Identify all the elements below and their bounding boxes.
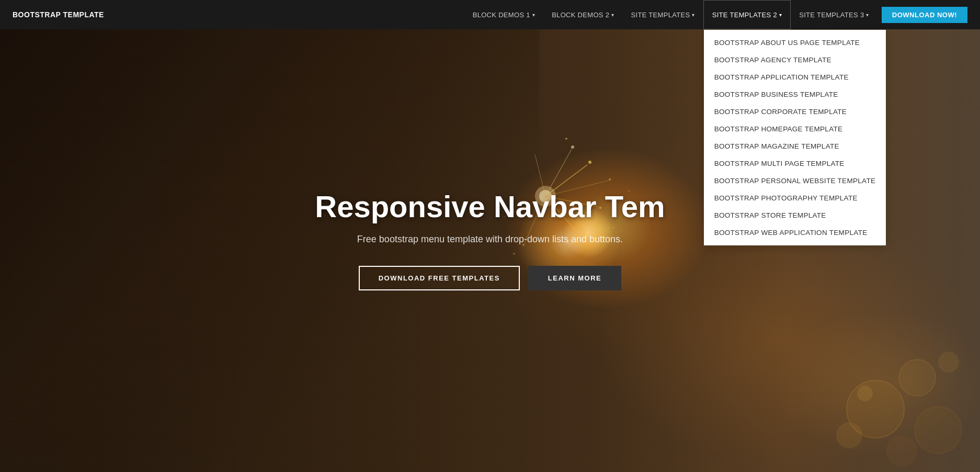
chevron-down-icon: ▾ — [611, 12, 614, 18]
dropdown-item-multi-page[interactable]: Bootstrap Multi Page Template — [704, 155, 886, 172]
nav-item-site-templates-3[interactable]: SITE TEMPLATES 3 ▾ — [791, 0, 878, 29]
navbar: BOOTSTRAP TEMPLATE BLOCK DEMOS 1 ▾ BLOCK… — [0, 0, 980, 29]
download-now-button[interactable]: DOWNLOAD NOW! — [882, 7, 967, 23]
nav-items: BLOCK DEMOS 1 ▾ BLOCK DEMOS 2 ▾ SITE TEM… — [464, 0, 967, 29]
dropdown-item-personal[interactable]: Bootstrap Personal Website Template — [704, 172, 886, 189]
hero-content: Responsive Navbar Tem Free bootstrap men… — [304, 190, 675, 290]
hero-title: Responsive Navbar Tem — [315, 190, 665, 223]
learn-more-button[interactable]: LEARN MORE — [528, 266, 621, 290]
navbar-brand[interactable]: BOOTSTRAP TEMPLATE — [13, 10, 104, 19]
chevron-down-icon: ▾ — [779, 12, 782, 18]
dropdown-item-application[interactable]: Bootstrap Application Template — [704, 69, 886, 86]
download-free-templates-button[interactable]: DOWNLOAD FREE TEMPLATES — [359, 266, 520, 290]
chevron-down-icon: ▾ — [866, 12, 869, 18]
dropdown-item-homepage[interactable]: Bootstrap Homepage Template — [704, 120, 886, 138]
dropdown-item-store[interactable]: Bootstrap Store Template — [704, 207, 886, 224]
hero-buttons: DOWNLOAD FREE TEMPLATES LEARN MORE — [315, 266, 665, 290]
hero-subtitle: Free bootstrap menu template with drop-d… — [315, 234, 665, 245]
dropdown-item-photography[interactable]: Bootstrap Photography Template — [704, 189, 886, 207]
nav-item-site-templates[interactable]: SITE TEMPLATES ▾ — [623, 0, 703, 29]
chevron-down-icon: ▾ — [532, 12, 535, 18]
chevron-down-icon: ▾ — [692, 12, 694, 18]
dropdown-item-corporate[interactable]: Bootstrap Corporate Template — [704, 103, 886, 120]
dropdown-item-agency[interactable]: Bootstrap Agency Template — [704, 51, 886, 69]
dropdown-item-about-us[interactable]: Bootstrap About Us Page Template — [704, 34, 886, 51]
dropdown-item-magazine[interactable]: Bootstrap Magazine Template — [704, 138, 886, 155]
site-templates-2-dropdown: Bootstrap About Us Page Template Bootstr… — [704, 30, 886, 245]
nav-item-site-templates-2[interactable]: SITE TEMPLATES 2 ▾ Bootstrap About Us Pa… — [703, 0, 791, 29]
nav-item-block-demos-2[interactable]: BLOCK DEMOS 2 ▾ — [543, 0, 622, 29]
dropdown-item-business[interactable]: Bootstrap Business Template — [704, 86, 886, 103]
dropdown-item-web-app[interactable]: Bootstrap Web Application Template — [704, 224, 886, 241]
nav-item-block-demos-1[interactable]: BLOCK DEMOS 1 ▾ — [464, 0, 543, 29]
